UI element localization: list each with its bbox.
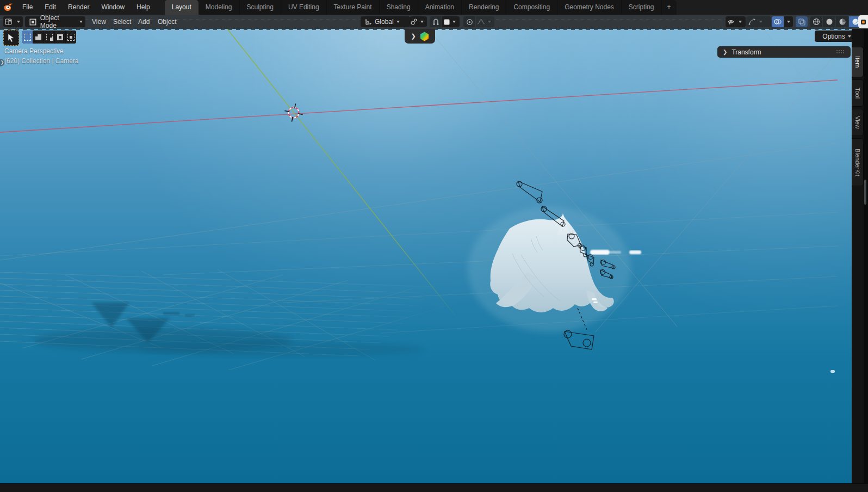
orientation-label: Global: [375, 18, 394, 26]
menu-render[interactable]: Render: [62, 0, 95, 15]
select-mode-extend[interactable]: [33, 30, 44, 44]
context-path-label: (620) Collection | Camera: [4, 57, 79, 65]
chevron-down-icon: [79, 21, 83, 23]
chevron-down-icon: [759, 21, 762, 23]
chevron-down-icon: [739, 21, 742, 23]
mode-dropdown[interactable]: Object Mode: [25, 16, 85, 27]
status-bar: [0, 483, 868, 492]
editor-type-dropdown[interactable]: [3, 16, 23, 27]
scene-3d: [0, 29, 852, 483]
tab-uv-editing[interactable]: UV Editing: [281, 0, 327, 15]
menu-view[interactable]: View: [87, 15, 111, 29]
active-tool-tweak-button[interactable]: [3, 30, 19, 46]
select-mode-group: [22, 30, 76, 44]
editor-type-icon: [3, 18, 14, 26]
add-workspace-button[interactable]: +: [662, 0, 677, 15]
corner-glyph-icon: [861, 20, 866, 24]
wireframe-sphere-icon: [813, 18, 820, 26]
transform-panel-header[interactable]: ❯ Transform: [717, 46, 851, 58]
drag-handle-dots-icon[interactable]: [836, 50, 845, 54]
tab-layout[interactable]: Layout: [165, 0, 199, 15]
blender-logo-icon[interactable]: [0, 3, 16, 11]
sidebar-tab-strip: Item Tool View BlenderKit: [852, 29, 864, 483]
solid-sphere-icon: [826, 18, 833, 26]
corner-widget-icon[interactable]: [858, 15, 868, 28]
chevron-down-icon: [452, 21, 456, 23]
view-name-label: Camera Perspective: [4, 47, 64, 55]
overlays-icon: [774, 19, 782, 25]
chevron-down-icon: [488, 21, 491, 23]
menu-file[interactable]: File: [16, 0, 39, 15]
overlays-toggle-button[interactable]: [772, 16, 784, 27]
xray-icon: [798, 19, 805, 26]
pivot-icon: [410, 18, 418, 26]
shading-solid-button[interactable]: [823, 16, 835, 27]
gizmos-dropdown[interactable]: [746, 16, 771, 27]
blender-window: File Edit Render Window Help Layout Mode…: [0, 0, 868, 492]
shark-model[interactable]: [468, 207, 631, 332]
chevron-down-icon: [396, 21, 400, 23]
menu-edit[interactable]: Edit: [39, 0, 62, 15]
overlays-dropdown[interactable]: [784, 16, 793, 27]
chevron-down-icon: [787, 21, 790, 23]
blenderkit-hexagon-icon: [420, 32, 429, 41]
sidebar-tab-blenderkit[interactable]: BlenderKit: [852, 138, 864, 186]
proportional-editing-button[interactable]: [463, 16, 475, 27]
sidebar-tab-tool[interactable]: Tool: [852, 79, 864, 107]
object-mode-icon: [28, 19, 38, 26]
select-mode-intersect[interactable]: [66, 30, 76, 44]
chevron-right-icon: ❯: [411, 33, 416, 40]
tab-rendering[interactable]: Rendering: [462, 0, 506, 15]
material-sphere-icon: [839, 18, 846, 26]
tab-modeling[interactable]: Modeling: [199, 0, 240, 15]
chevron-right-icon: ❯: [723, 49, 727, 55]
falloff-curve-icon: [477, 19, 485, 25]
select-mode-invert[interactable]: [55, 30, 65, 44]
chevron-down-icon: [848, 35, 851, 38]
window-right-edge: [864, 29, 868, 483]
options-button[interactable]: Options: [815, 30, 852, 42]
options-label: Options: [822, 33, 845, 40]
snap-toggle-button[interactable]: [430, 16, 442, 27]
chevron-down-icon: [420, 21, 424, 23]
proportional-edit-icon: [466, 19, 473, 26]
orientation-axes-icon: [363, 18, 373, 26]
menu-help[interactable]: Help: [131, 0, 156, 15]
tab-texture-paint[interactable]: Texture Paint: [327, 0, 380, 15]
sidebar-tab-item[interactable]: Item: [852, 47, 864, 77]
transform-orientation-dropdown[interactable]: Global: [361, 16, 410, 27]
magnet-icon: [432, 19, 439, 26]
shading-wireframe-button[interactable]: [810, 16, 822, 27]
scrollbar-handle[interactable]: [864, 180, 866, 205]
snap-target-icon: [444, 19, 450, 25]
tab-animation[interactable]: Animation: [418, 0, 462, 15]
select-mode-new[interactable]: [22, 30, 33, 44]
xray-toggle-button[interactable]: [796, 16, 808, 27]
mode-label: Object Mode: [40, 14, 77, 29]
shading-material-button[interactable]: [836, 16, 848, 27]
menu-select[interactable]: Select: [108, 15, 136, 29]
show-object-types-dropdown[interactable]: [726, 16, 746, 27]
chevron-down-icon: [17, 21, 20, 23]
transform-panel-title: Transform: [731, 48, 836, 56]
viewport-header: Object Mode View Select Add Object Globa…: [0, 15, 868, 29]
tab-compositing[interactable]: Compositing: [506, 0, 557, 15]
workspace-tabs: Layout Modeling Sculpting UV Editing Tex…: [165, 0, 677, 15]
tab-scripting[interactable]: Scripting: [622, 0, 662, 15]
topbar: File Edit Render Window Help Layout Mode…: [0, 0, 868, 15]
sidebar-tab-view[interactable]: View: [852, 109, 864, 136]
menu-object[interactable]: Object: [153, 15, 182, 29]
snap-target-dropdown[interactable]: [442, 16, 460, 27]
menu-add[interactable]: Add: [133, 15, 154, 29]
cursor-arrow-icon: [7, 33, 15, 42]
blenderkit-collapsed-panel[interactable]: ❯: [405, 29, 435, 44]
viewport-canvas[interactable]: ❯ Options Camera Perspective (620) Colle…: [0, 29, 852, 483]
select-mode-subtract[interactable]: [44, 30, 54, 44]
tab-geometry-nodes[interactable]: Geometry Nodes: [557, 0, 622, 15]
gizmo-icon: [748, 18, 757, 26]
pivot-point-dropdown[interactable]: [410, 16, 427, 27]
tab-sculpting[interactable]: Sculpting: [240, 0, 281, 15]
menu-window[interactable]: Window: [95, 0, 131, 15]
proportional-falloff-dropdown[interactable]: [476, 16, 494, 27]
tab-shading[interactable]: Shading: [380, 0, 418, 15]
